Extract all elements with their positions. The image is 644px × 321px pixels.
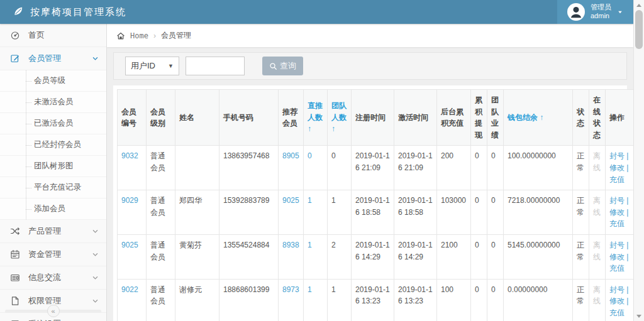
cell-actions: 封号 | 修改 | 充值 [606, 279, 634, 321]
action-link-修改[interactable]: 修改 [609, 297, 625, 305]
member-id-link[interactable]: 9029 [121, 196, 138, 205]
action-separator: | [626, 285, 628, 294]
direct-count-link[interactable]: 1 [308, 241, 312, 249]
action-link-修改[interactable]: 修改 [609, 163, 625, 172]
cell-online-status: 离线 [589, 234, 606, 279]
cell-wallet-balance: 7218.00000000 [504, 190, 573, 235]
cell-team-performance: 0 [487, 190, 504, 235]
sidebar-subitem-会员等级[interactable]: 会员等级 [0, 70, 106, 92]
referrer-link[interactable]: 8938 [282, 241, 299, 249]
cell-actions: 封号 | 修改 | 充值 [606, 190, 634, 235]
action-separator: | [626, 163, 628, 172]
action-link-封号[interactable]: 封号 [609, 285, 625, 294]
column-header-推荐会员: 推荐会员 [279, 90, 304, 146]
chevron-down-icon [92, 275, 99, 281]
action-link-封号[interactable]: 封号 [609, 196, 625, 205]
action-link-充值[interactable]: 充值 [609, 264, 625, 273]
scroll-down-arrow-icon[interactable] [634, 311, 644, 321]
scroll-up-arrow-icon[interactable] [634, 0, 644, 10]
action-separator: | [626, 253, 628, 261]
direct-count-link[interactable]: 1 [308, 285, 312, 294]
sidebar-item-label: 产品管理 [28, 226, 61, 237]
sidebar-subitem-团队树形图[interactable]: 团队树形图 [0, 156, 106, 177]
cell-register-time: 2019-01-16 21:09 [352, 146, 394, 190]
vertical-scrollbar[interactable] [633, 0, 644, 321]
member-id-link[interactable]: 9022 [121, 285, 138, 294]
sidebar-item-产品管理[interactable]: 产品管理 [0, 220, 106, 243]
cell-withdraw-total: 0 [471, 146, 487, 190]
action-link-充值[interactable]: 充值 [609, 308, 625, 317]
user-avatar [567, 3, 585, 21]
user-menu[interactable]: 管理员 admin [557, 0, 633, 24]
cell-member-id: 9025 [118, 234, 147, 279]
scrollbar-thumb[interactable] [635, 10, 643, 49]
action-link-封号[interactable]: 封号 [609, 151, 625, 160]
search-input[interactable] [186, 57, 245, 75]
sidebar-subitem-平台充值记录[interactable]: 平台充值记录 [0, 177, 106, 199]
column-header-注册时间: 注册时间 [352, 90, 394, 146]
action-link-修改[interactable]: 修改 [609, 208, 625, 217]
breadcrumb-home[interactable]: Home [130, 31, 148, 40]
sidebar-collapse-toggle[interactable]: « [5, 304, 101, 318]
submenu-label: 已经封停会员 [34, 140, 81, 149]
member-row-9029: 9029普通会员郑四华153928837899025112019-01-16 1… [118, 190, 634, 235]
search-button[interactable]: 查询 [262, 57, 303, 75]
action-link-充值[interactable]: 充值 [609, 175, 625, 184]
member-id-link[interactable]: 9032 [121, 151, 138, 160]
sidebar-item-资金管理[interactable]: 资金管理 [0, 243, 106, 266]
action-link-修改[interactable]: 修改 [609, 253, 625, 261]
referrer-link[interactable]: 8973 [282, 285, 299, 294]
submenu-label: 会员等级 [34, 76, 65, 85]
member-row-9032: 9032普通会员138639574688905002019-01-16 21:0… [118, 146, 634, 190]
submenu-label: 已激活会员 [34, 119, 74, 128]
member-row-9022: 9022普通会员谢修元188686013998973112019-01-16 1… [118, 279, 634, 321]
cell-member-id: 9032 [118, 146, 147, 190]
breadcrumb-separator: › [153, 31, 156, 40]
sidebar-submenu: 会员等级未激活会员已激活会员已经封停会员团队树形图平台充值记录添加会员 [0, 70, 106, 220]
cell-direct-count: 1 [304, 234, 328, 279]
referrer-link[interactable]: 9025 [282, 196, 299, 205]
user-name: admin [591, 12, 611, 21]
cell-withdraw-total: 0 [471, 234, 487, 279]
cell-status: 正常 [573, 234, 589, 279]
topbar: 按摩椅项目管理系统 管理员 admin [0, 0, 633, 24]
action-link-充值[interactable]: 充值 [609, 219, 625, 228]
column-header-手机号码: 手机号码 [219, 90, 279, 146]
sidebar-item-label: 会员管理 [28, 53, 61, 64]
column-header-直推人数[interactable]: 直推人数 ↑ [304, 90, 328, 146]
column-header-团队人数[interactable]: 团队人数 ↑ [328, 90, 352, 146]
cell-activate-time: 2019-01-16 13:23 [394, 279, 437, 321]
sidebar-item-信息交流[interactable]: 信息交流 [0, 266, 106, 290]
cell-recharge-total: 103000 [437, 190, 471, 235]
cell-wallet-balance: 5145.00000000 [504, 234, 573, 279]
sidebar-item-首页[interactable]: 首页 [0, 24, 106, 47]
column-header-钱包结余[interactable]: 钱包结余 ↑ [504, 90, 573, 146]
cell-activate-time: 2019-01-16 18:58 [394, 190, 437, 235]
cell-team-count: 2 [328, 234, 352, 279]
submenu-label: 平台充值记录 [34, 183, 81, 192]
cell-actions: 封号 | 修改 | 充值 [606, 234, 634, 279]
filter-select[interactable]: 用户ID ▼ [125, 57, 179, 75]
sidebar-item-label: 首页 [28, 30, 45, 41]
direct-count-link[interactable]: 1 [308, 196, 312, 205]
member-id-link[interactable]: 9025 [121, 241, 138, 249]
cell-status: 正常 [573, 279, 589, 321]
action-link-封号[interactable]: 封号 [609, 241, 625, 249]
filter-selected-value: 用户ID [131, 60, 155, 72]
column-header-会员级别: 会员级别 [147, 90, 175, 146]
sidebar-subitem-未激活会员[interactable]: 未激活会员 [0, 92, 106, 113]
direct-count-link[interactable]: 0 [308, 151, 312, 160]
cell-team-performance: 0 [487, 234, 504, 279]
cell-online-status: 离线 [589, 146, 606, 190]
referrer-link[interactable]: 8905 [282, 151, 299, 160]
cell-phone: 18868601399 [219, 279, 279, 321]
leaf-icon [13, 6, 24, 19]
submenu-label: 团队树形图 [34, 161, 74, 170]
sidebar-subitem-已经封停会员[interactable]: 已经封停会员 [0, 134, 106, 156]
cell-online-status: 离线 [589, 279, 606, 321]
collapse-icon[interactable]: « [47, 305, 60, 317]
sidebar-item-会员管理[interactable]: 会员管理 [0, 47, 106, 70]
cell-team-count: 0 [328, 146, 352, 190]
sidebar-subitem-已激活会员[interactable]: 已激活会员 [0, 113, 106, 134]
sidebar-subitem-添加会员[interactable]: 添加会员 [0, 199, 106, 220]
